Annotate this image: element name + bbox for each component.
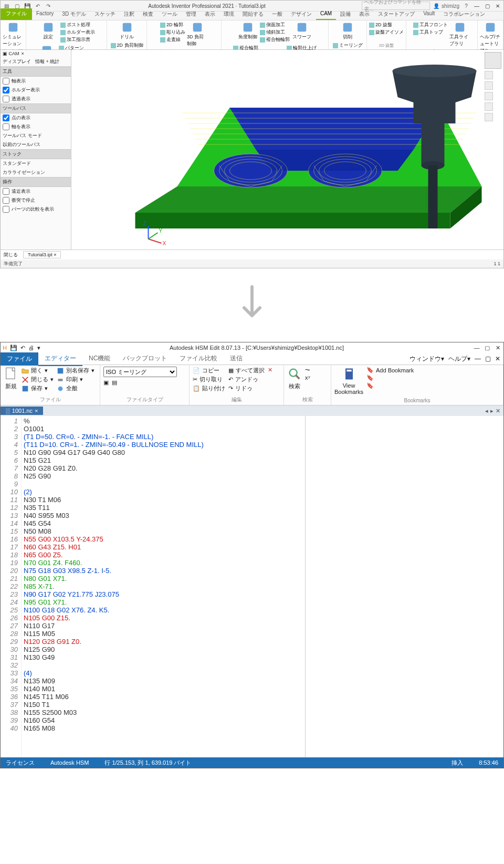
code-line[interactable]: (2)	[24, 488, 501, 496]
code-line[interactable]: N45 G54	[24, 519, 501, 527]
tab-デザイン[interactable]: デザイン	[287, 9, 316, 20]
close-button[interactable]: ✕	[494, 3, 501, 9]
code-line[interactable]: N145 T11 M06	[24, 693, 501, 701]
filetype-select[interactable]: ISO ミーリング	[103, 367, 177, 377]
code-line[interactable]: N50 M08	[24, 527, 501, 535]
side-checkbox[interactable]	[3, 114, 9, 121]
copy-button[interactable]: 📄コピー	[193, 367, 225, 374]
code-line[interactable]: N60 G43 Z15. H01	[24, 543, 501, 551]
code-line[interactable]: O1001	[24, 425, 501, 433]
code-line[interactable]: N70 G01 Z4. F460.	[24, 559, 501, 567]
code-line[interactable]: N65 G00 Z5.	[24, 551, 501, 559]
code-line[interactable]: N150 T1	[24, 701, 501, 709]
code-line[interactable]: N75 G18 G03 X98.5 Z-1. I-5.	[24, 567, 501, 575]
saveas-button[interactable]: 別名保存▾	[57, 367, 94, 374]
ribbon-item[interactable]: 2D 輪郭	[160, 22, 185, 28]
code-line[interactable]: N140 M01	[24, 685, 501, 693]
code-line[interactable]: N165 M08	[24, 724, 501, 732]
side-item[interactable]: ホルダー表示	[1, 86, 71, 95]
tab-表示[interactable]: 表示	[355, 9, 374, 20]
max-button[interactable]: ▢	[484, 3, 491, 9]
side-checkbox[interactable]	[3, 188, 9, 195]
code-line[interactable]: N125 G90	[24, 646, 501, 653]
redo-button[interactable]: ↷リドゥ	[228, 384, 265, 392]
code-line[interactable]: N160 G54	[24, 716, 501, 724]
help-search-input[interactable]: ヘルプおよびコマンドを検索…	[362, 2, 430, 10]
side-item[interactable]: 衝突で停止	[1, 196, 71, 205]
code-line[interactable]: N110 G17	[24, 622, 501, 630]
hsm-tab-送信[interactable]: 送信	[224, 352, 249, 366]
tab-コラボレーション[interactable]: コラボレーション	[439, 9, 489, 20]
side-checkbox[interactable]	[3, 206, 9, 213]
ribbon-item[interactable]: ポスト処理	[60, 22, 95, 28]
code-line[interactable]: N10 G90 G94 G17 G49 G40 G80	[24, 449, 501, 456]
mdi-max-icon[interactable]: ▢	[485, 355, 491, 362]
help-icon[interactable]: ?	[463, 2, 470, 9]
tab-検査[interactable]: 検査	[139, 9, 158, 20]
side-item[interactable]: 遠近表示	[1, 187, 71, 196]
help-menu[interactable]: ヘルプ▾	[448, 355, 470, 363]
home-view-icon[interactable]	[485, 71, 493, 79]
cam-tree-icon[interactable]: ▣ CAM	[3, 51, 19, 56]
lib-icon[interactable]: 工具ライブラリ	[449, 22, 470, 47]
max-button[interactable]: ▢	[484, 345, 491, 351]
add-bookmark-button[interactable]: 🔖Add Bookmark	[366, 367, 414, 373]
sim-icon[interactable]: シミュレーション	[3, 22, 24, 47]
code-line[interactable]: N20 G28 G91 Z0.	[24, 464, 501, 472]
ribbon-item[interactable]: 加工指示書	[60, 36, 95, 43]
tab-一般[interactable]: 一般	[268, 9, 287, 20]
swf-icon[interactable]: スワーフ	[291, 22, 312, 40]
ribbon-item[interactable]: 旋盤アイソメ	[369, 29, 404, 36]
ribbon-item[interactable]: 彫り込み	[160, 29, 185, 36]
open-button[interactable]: 開く▾	[22, 367, 54, 374]
code-line[interactable]: N120 G28 G91 Z0.	[24, 638, 501, 646]
new-button[interactable]: 新規	[4, 367, 18, 390]
tab-注釈[interactable]: 注釈	[120, 9, 139, 20]
code-line[interactable]: (T11 D=10. CR=1. - ZMIN=-50.49 - BULLNOS…	[24, 441, 501, 449]
side-section-header[interactable]: 工具	[1, 67, 71, 77]
search-button[interactable]: 検索	[287, 367, 302, 390]
side-tab-display[interactable]: ディスプレイ	[3, 58, 31, 65]
inventor-3d-viewport[interactable]: Z Y X	[71, 50, 503, 249]
close-button[interactable]: ✕	[494, 345, 501, 351]
tab-Vault[interactable]: Vault	[419, 9, 439, 20]
side-item[interactable]: 点の表示	[1, 113, 71, 122]
ribbon-item[interactable]: 2D 負荷制御	[111, 42, 143, 49]
code-editor[interactable]: 1234567891011121314151617181920212223242…	[1, 416, 503, 757]
window-menu[interactable]: ウィンドウ▾	[410, 355, 444, 363]
side-item[interactable]: 透過表示	[1, 95, 71, 103]
tab-close-icon[interactable]: ✕	[496, 408, 500, 414]
close-file-button[interactable]: 閉じる▾	[22, 376, 54, 383]
code-line[interactable]: N100 G18 G02 X76. Z4. K5.	[24, 606, 501, 614]
cut-button[interactable]: ✂切り取り	[193, 376, 225, 383]
mdi-min-icon[interactable]: —	[475, 355, 481, 362]
tab-Factory[interactable]: Factory	[32, 9, 58, 20]
setup-icon[interactable]: 設定	[38, 22, 59, 40]
global-settings-button[interactable]: 全般	[57, 384, 94, 392]
search-goto-icon[interactable]: xʸ	[305, 374, 310, 381]
hsm-tab-NC機能[interactable]: NC機能	[82, 352, 117, 366]
view-bookmarks-button[interactable]: View Bookmarks	[334, 367, 363, 395]
code-line[interactable]: N130 G49	[24, 653, 501, 661]
tab-管理[interactable]: 管理	[182, 9, 201, 20]
help-icon[interactable]: ヘルプ/チュートリアル	[480, 22, 501, 54]
print-button[interactable]: 印刷▾	[57, 376, 94, 383]
filetype-icon2[interactable]: ▤	[112, 379, 117, 386]
tab-prev-icon[interactable]: ◂	[485, 408, 488, 414]
orbit-icon[interactable]	[485, 81, 493, 90]
qat-print-icon[interactable]: 🖨	[28, 345, 34, 351]
tab-環境[interactable]: 環境	[219, 9, 238, 20]
save-button[interactable]: 保存▾	[22, 384, 54, 392]
code-line[interactable]	[24, 661, 501, 669]
ribbon-item[interactable]: 複合軸輪郭	[260, 36, 290, 43]
code-line[interactable]: N35 T11	[24, 504, 501, 512]
min-button[interactable]: —	[473, 345, 480, 351]
multi-icon[interactable]: 角度制御	[237, 22, 258, 40]
code-line[interactable]: (4)	[24, 669, 501, 677]
tab-file[interactable]: ファイル	[1, 8, 32, 20]
user-account[interactable]: 👤 shimizg	[433, 3, 459, 9]
hsm-tab-エディター[interactable]: エディター	[38, 352, 82, 366]
code-line[interactable]: N25 G90	[24, 472, 501, 480]
ribbon-item[interactable]: ミーリング	[333, 42, 363, 49]
code-line[interactable]: N15 G21	[24, 456, 501, 464]
